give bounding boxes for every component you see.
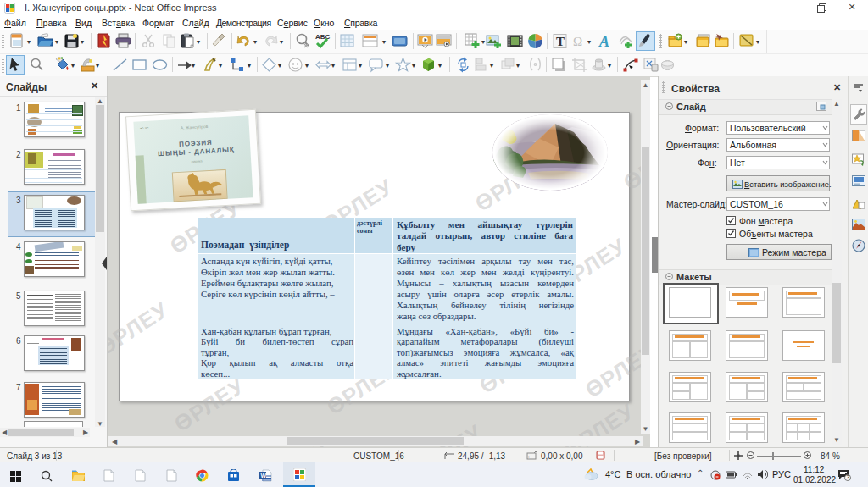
svg-text:3: 3: [847, 474, 850, 480]
svg-text:Ω: Ω: [573, 35, 582, 48]
svg-text:T: T: [556, 35, 565, 48]
svg-text:A: A: [598, 33, 609, 50]
svg-text::: :: [528, 454, 530, 459]
svg-text:ABC: ABC: [315, 33, 331, 41]
svg-text:W: W: [261, 473, 267, 479]
